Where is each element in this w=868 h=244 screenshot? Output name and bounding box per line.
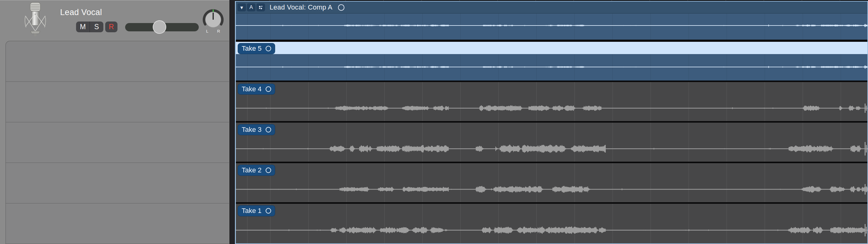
take-lane-5[interactable]: Take 5	[236, 42, 867, 81]
take-5-region[interactable]	[236, 54, 867, 81]
microphone-icon	[20, 2, 50, 37]
lane-divider	[236, 39, 867, 42]
empty-lane-row	[6, 82, 229, 122]
take-label: Take 4	[242, 85, 261, 93]
take-label-badge[interactable]: Take 5	[238, 43, 275, 54]
empty-lane-row	[6, 204, 229, 244]
volume-slider[interactable]	[125, 23, 199, 31]
take-label: Take 2	[242, 166, 261, 174]
take-2-waveform[interactable]	[236, 163, 867, 202]
take-folder-selected-outline: ▼ A Lead Vocal: Comp A	[235, 1, 868, 244]
take-label-badge[interactable]: Take 4	[238, 84, 275, 94]
header-tracks-divider	[229, 0, 235, 244]
take-circle-icon[interactable]	[266, 86, 271, 92]
take-circle-icon[interactable]	[266, 127, 271, 132]
take-label-badge[interactable]: Take 1	[238, 205, 275, 216]
region-title: Lead Vocal: Comp A	[270, 3, 333, 11]
mute-solo-group: M S	[76, 22, 103, 32]
take-folder-header[interactable]: ▼ A Lead Vocal: Comp A	[236, 2, 867, 13]
pan-right-label: R	[217, 29, 220, 33]
mute-button[interactable]: M	[76, 22, 90, 32]
disclosure-triangle-button[interactable]: ▼	[238, 3, 246, 11]
region-loop-icon[interactable]	[338, 4, 344, 11]
take-circle-icon[interactable]	[266, 208, 271, 214]
record-enable-button[interactable]: R	[105, 22, 118, 32]
take-lane-3[interactable]: Take 3	[236, 123, 867, 162]
solo-button[interactable]: S	[90, 22, 103, 32]
take-folder-icon-button[interactable]	[256, 3, 265, 11]
take-label: Take 1	[242, 207, 261, 215]
track-header-panel: Lead Vocal M S R L R	[0, 0, 229, 244]
take-4-waveform[interactable]	[236, 82, 867, 121]
selected-take-strip[interactable]: Take 5	[236, 42, 867, 54]
comp-region[interactable]	[236, 13, 867, 39]
pan-left-label: L	[206, 29, 208, 33]
logic-take-folder-view: Lead Vocal M S R L R	[0, 0, 868, 244]
take-label-badge[interactable]: Take 2	[238, 165, 275, 176]
disclosure-glyph: ▼	[240, 5, 244, 10]
take-circle-icon[interactable]	[266, 46, 271, 51]
take-label-badge[interactable]: Take 3	[238, 124, 275, 135]
comp-waveform[interactable]	[236, 13, 867, 39]
empty-lane-row	[6, 41, 229, 82]
take-1-waveform[interactable]	[236, 204, 867, 243]
take-folder-region: ▼ A Lead Vocal: Comp A	[235, 0, 868, 244]
take-lane-2[interactable]: Take 2	[236, 163, 867, 202]
take-group-button[interactable]: A	[247, 3, 255, 11]
take-3-waveform[interactable]	[236, 123, 867, 162]
take-5-waveform[interactable]	[236, 54, 867, 81]
volume-slider-thumb[interactable]	[153, 20, 166, 34]
empty-lane-row	[6, 122, 229, 163]
empty-lane-row	[6, 163, 229, 204]
pan-knob-dial	[203, 9, 224, 30]
take-lane-4[interactable]: Take 4	[236, 82, 867, 121]
track-lane-background	[5, 41, 229, 244]
take-folder-dots-icon	[258, 4, 263, 10]
track-name[interactable]: Lead Vocal	[60, 8, 102, 17]
take-circle-icon[interactable]	[266, 167, 271, 173]
take-lane-1[interactable]: Take 1	[236, 204, 867, 243]
take-label: Take 3	[242, 126, 261, 134]
take-label: Take 5	[242, 45, 261, 53]
pan-knob[interactable]: L R	[203, 9, 224, 34]
